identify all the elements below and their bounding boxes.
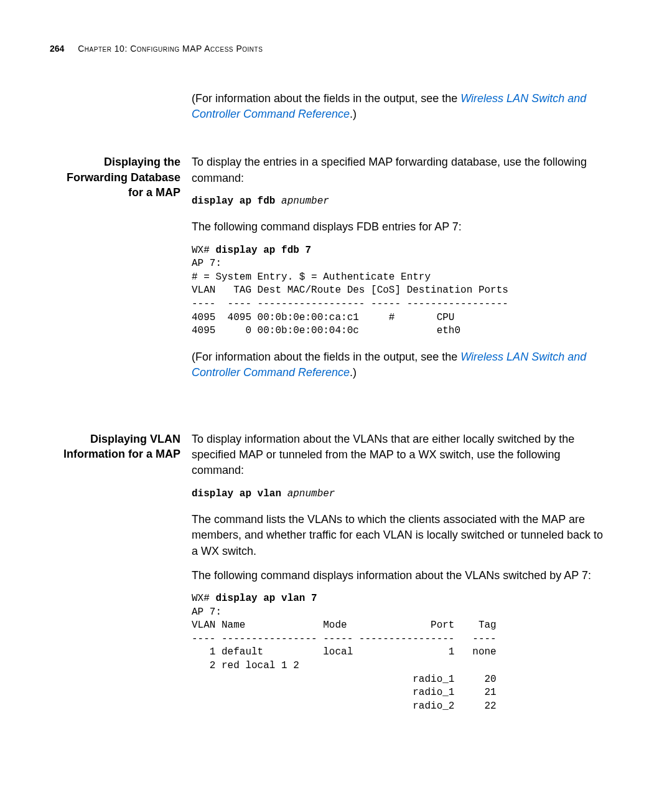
out-prompt: WX# (192, 245, 215, 256)
ref-close: .) (350, 108, 357, 120)
page-number: 264 (50, 44, 64, 54)
out-body: AP 7: # = System Entry. $ = Authenticate… (192, 258, 508, 336)
section1-command: display ap fdb apnumber (192, 195, 610, 209)
cmd-arg: apnumber (287, 488, 335, 499)
section-title-fdb: Displaying the Forwarding Database for a… (50, 154, 192, 389)
ref-close: .) (350, 366, 357, 379)
section1-output: WX# display ap fdb 7 AP 7: # = System En… (192, 244, 610, 338)
section1-desc: The following command displays FDB entri… (192, 219, 610, 235)
section1-reference: (For information about the fields in the… (192, 349, 610, 380)
cmd-bold: display ap vlan (192, 488, 287, 499)
ref-intro: (For information about the fields in the… (192, 92, 460, 105)
cmd-bold: display ap fdb (192, 196, 281, 207)
section2-command: display ap vlan apnumber (192, 488, 610, 501)
ref-intro: (For information about the fields in the… (192, 351, 460, 363)
out-body: AP 7: VLAN Name Mode Port Tag ---- -----… (192, 606, 497, 712)
cmd-arg: apnumber (281, 196, 329, 207)
out-prompt: WX# (192, 593, 215, 604)
out-cmd: display ap fdb 7 (215, 245, 311, 256)
section-title-vlan: Displaying VLAN Information for a MAP (50, 432, 192, 724)
section2-desc1: The command lists the VLANs to which the… (192, 512, 610, 559)
section2-output: WX# display ap vlan 7 AP 7: VLAN Name Mo… (192, 592, 610, 713)
section1-intro: To display the entries in a specified MA… (192, 154, 610, 186)
out-cmd: display ap vlan 7 (215, 593, 317, 604)
section2-intro: To display information about the VLANs t… (192, 432, 610, 479)
reference-paragraph: (For information about the fields in the… (192, 91, 610, 122)
chapter-label: Chapter 10: Configuring MAP Access Point… (78, 44, 263, 54)
section2-desc2: The following command displays informati… (192, 568, 610, 583)
running-header: 264 Chapter 10: Configuring MAP Access P… (50, 44, 610, 54)
